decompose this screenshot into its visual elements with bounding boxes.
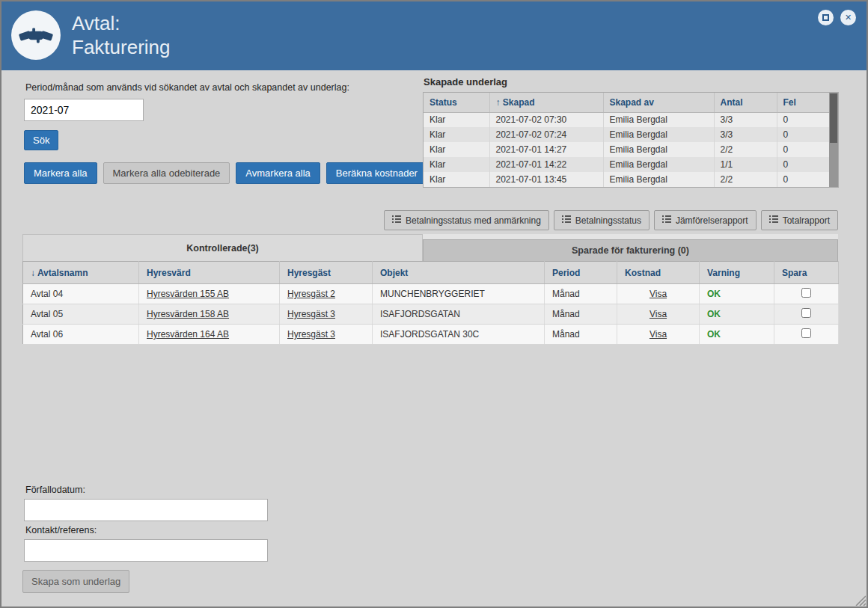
cell-varning: OK [700, 304, 774, 325]
document-row[interactable]: Klar 2021-07-01 13:45 Emilia Bergdal 2/2… [424, 172, 829, 187]
column-header-varning[interactable]: Varning [700, 262, 774, 284]
column-header-hyresgast[interactable]: Hyresgäst [280, 262, 373, 284]
document-row[interactable]: Klar 2021-07-01 14:22 Emilia Bergdal 1/1… [424, 157, 829, 172]
cell-varning: OK [700, 284, 774, 304]
window-title-line1: Avtal: [72, 11, 171, 35]
column-header-fel[interactable]: Fel [777, 93, 829, 112]
column-header-hyresvard[interactable]: Hyresvärd [139, 262, 280, 284]
resize-grip[interactable] [855, 595, 866, 606]
cell-status: Klar [424, 142, 489, 157]
tenant-link[interactable]: Hyresgäst 3 [287, 329, 335, 340]
titlebar: Avtal: Fakturering ✕ [1, 1, 867, 70]
column-header-avtalsnamn[interactable]: ↓ Avtalsnamn [23, 262, 139, 284]
tenant-link[interactable]: Hyresgäst 3 [287, 309, 335, 319]
column-header-kostnad[interactable]: Kostnad [617, 262, 700, 284]
selection-button-row: Markera alla Markera alla odebiterade Av… [24, 162, 427, 184]
cell-skapad-av: Emilia Bergdal [603, 127, 714, 142]
tab-sparade-for-fakturering[interactable]: Sparade för fakturering (0) [423, 239, 838, 261]
column-header-objekt[interactable]: Objekt [373, 262, 545, 284]
create-document-button[interactable]: Skapa som underlag [22, 570, 129, 593]
cell-hyresvard: Hyresvärden 155 AB [139, 284, 280, 304]
cell-hyresvard: Hyresvärden 158 AB [139, 304, 280, 325]
cell-skapad: 2021-07-01 14:27 [489, 142, 603, 157]
report-button-comparison[interactable]: Jämförelserapport [654, 210, 757, 230]
visa-cost-link[interactable]: Visa [650, 309, 667, 319]
column-header-skapad[interactable]: ↑ Skapad [489, 93, 603, 112]
cell-avtalsnamn: Avtal 04 [23, 284, 139, 304]
tenant-link[interactable]: Hyresgäst 2 [287, 289, 335, 299]
report-button-label: Jämförelserapport [676, 215, 748, 226]
calculate-costs-button[interactable]: Beräkna kostnader [326, 162, 427, 184]
cell-kostnad: Visa [617, 284, 700, 304]
document-row[interactable]: Klar 2021-07-02 07:24 Emilia Bergdal 3/3… [424, 127, 829, 142]
created-documents-title: Skapade underlag [424, 76, 507, 87]
landlord-link[interactable]: Hyresvärden 158 AB [147, 309, 229, 319]
scrollbar[interactable] [829, 93, 838, 187]
report-button-label: Betalningsstatus med anmärkning [406, 215, 541, 226]
landlord-link[interactable]: Hyresvärden 164 AB [147, 329, 229, 340]
cell-antal: 3/3 [714, 127, 777, 142]
cell-fel: 0 [777, 172, 829, 187]
app-window: Avtal: Fakturering ✕ Period/månad som an… [0, 0, 868, 608]
deselect-all-button[interactable]: Avmarkera alla [236, 162, 320, 184]
cell-status: Klar [424, 157, 489, 172]
scrollbar-thumb[interactable] [830, 93, 837, 143]
tab-bar: Kontrollerade(3) Sparade för fakturering… [22, 234, 838, 261]
cell-skapad-av: Emilia Bergdal [603, 142, 714, 157]
cell-hyresgast: Hyresgäst 3 [280, 325, 373, 345]
maximize-button[interactable] [818, 10, 834, 25]
document-row[interactable]: Klar 2021-07-01 14:27 Emilia Bergdal 2/2… [424, 142, 829, 157]
contact-reference-label: Kontakt/referens: [25, 525, 97, 535]
cell-period: Månad [545, 325, 617, 345]
cell-status: Klar [424, 172, 489, 187]
cell-skapad: 2021-07-02 07:30 [489, 112, 603, 127]
maximize-icon [822, 14, 829, 21]
close-button[interactable]: ✕ [840, 10, 856, 25]
period-input[interactable] [24, 99, 144, 121]
visa-cost-link[interactable]: Visa [650, 289, 667, 299]
report-button-payment-status-remarks[interactable]: Betalningsstatus med anmärkning [384, 210, 549, 230]
warning-status: OK [707, 289, 721, 299]
window-title: Avtal: Fakturering [72, 11, 171, 59]
search-button[interactable]: Sök [24, 130, 58, 150]
document-row[interactable]: Klar 2021-07-02 07:30 Emilia Bergdal 3/3… [424, 112, 829, 127]
landlord-link[interactable]: Hyresvärden 155 AB [147, 289, 229, 299]
warning-status: OK [707, 309, 721, 319]
cell-avtalsnamn: Avtal 05 [23, 304, 139, 325]
cell-fel: 0 [777, 112, 829, 127]
cell-objekt: ISAFJORDSGATAN [373, 304, 545, 325]
visa-cost-link[interactable]: Visa [650, 329, 667, 340]
contact-reference-input[interactable] [24, 539, 268, 562]
cell-antal: 2/2 [714, 172, 777, 187]
select-all-unbilled-button[interactable]: Markera alla odebiterade [103, 162, 230, 184]
cell-skapad: 2021-07-01 14:22 [489, 157, 603, 172]
contracts-table: ↓ Avtalsnamn Hyresvärd Hyresgäst Objekt … [22, 261, 839, 345]
created-documents-panel: Status ↑ Skapad Skapad av Antal Fel Klar… [423, 92, 839, 188]
warning-status: OK [707, 329, 721, 340]
cell-fel: 0 [777, 127, 829, 142]
report-icon [562, 215, 571, 226]
report-button-label: Totalrapport [783, 215, 830, 226]
contract-row: Avtal 04 Hyresvärden 155 AB Hyresgäst 2 … [23, 284, 839, 304]
spara-checkbox[interactable] [801, 308, 811, 318]
cell-antal: 3/3 [714, 112, 777, 127]
report-button-payment-status[interactable]: Betalningsstatus [554, 210, 650, 230]
cell-varning: OK [700, 325, 774, 345]
column-header-antal[interactable]: Antal [714, 93, 777, 112]
due-date-input[interactable] [24, 499, 268, 521]
due-date-label: Förfallodatum: [25, 485, 85, 495]
column-header-spara[interactable]: Spara [774, 262, 839, 284]
report-icon [769, 215, 778, 226]
cell-antal: 2/2 [714, 142, 777, 157]
tab-kontrollerade[interactable]: Kontrollerade(3) [22, 234, 423, 261]
tab-strip [423, 234, 838, 239]
contract-row: Avtal 06 Hyresvärden 164 AB Hyresgäst 3 … [23, 325, 839, 345]
column-header-period[interactable]: Period [545, 262, 617, 284]
column-header-status[interactable]: Status [424, 93, 489, 112]
column-header-skapad-av[interactable]: Skapad av [603, 93, 714, 112]
report-button-total[interactable]: Totalrapport [761, 210, 838, 230]
select-all-button[interactable]: Markera alla [24, 162, 97, 184]
spara-checkbox[interactable] [801, 288, 811, 298]
cell-objekt: ISAFJORDSGATAN 30C [373, 325, 545, 345]
spara-checkbox[interactable] [801, 328, 811, 338]
